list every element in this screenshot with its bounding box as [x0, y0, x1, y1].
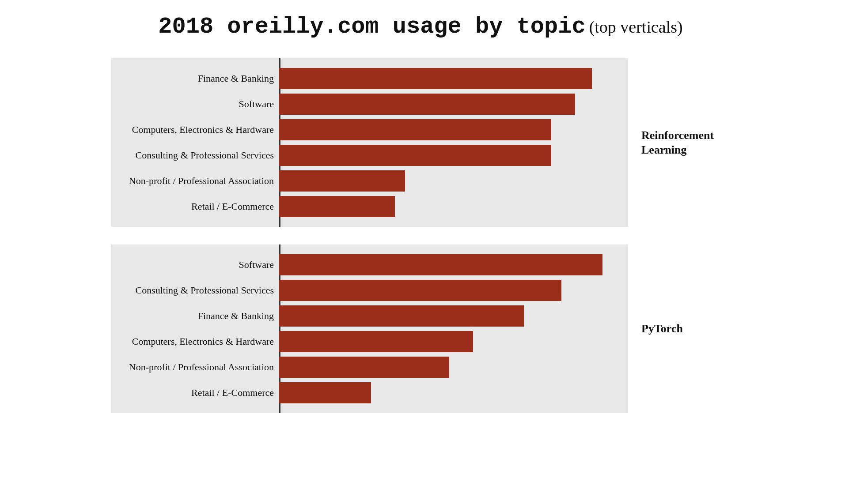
bar-track	[279, 357, 619, 378]
title-main: 2018 oreilly.com usage by topic	[158, 14, 585, 40]
bar-track	[279, 119, 619, 140]
bar-track	[279, 382, 619, 403]
bar-label: Computers, Electronics & Hardware	[111, 124, 279, 135]
bar-fill	[279, 254, 602, 275]
bar-row: Retail / E-Commerce	[111, 381, 619, 404]
bar-label: Software	[111, 259, 279, 271]
bar-label: Software	[111, 98, 279, 110]
bar-fill	[279, 196, 395, 217]
bar-row: Computers, Electronics & Hardware	[111, 330, 619, 353]
bar-track	[279, 145, 619, 166]
bar-fill	[279, 357, 449, 378]
bar-row: Retail / E-Commerce	[111, 195, 619, 218]
page-title: 2018 oreilly.com usage by topic (top ver…	[158, 13, 682, 41]
bar-label: Non-profit / Professional Association	[111, 175, 279, 187]
bar-label: Non-profit / Professional Association	[111, 361, 279, 373]
bar-fill	[279, 68, 592, 89]
title-sub: (top verticals)	[589, 18, 683, 36]
bar-row: Consulting & Professional Services	[111, 279, 619, 302]
chart-inner-pytorch: SoftwareConsulting & Professional Servic…	[111, 253, 619, 404]
bar-row: Software	[111, 253, 619, 276]
charts-container: Finance & BankingSoftwareComputers, Elec…	[111, 58, 730, 413]
bar-label: Finance & Banking	[111, 73, 279, 84]
bar-fill	[279, 119, 551, 140]
bar-label: Finance & Banking	[111, 310, 279, 322]
bar-track	[279, 331, 619, 352]
chart-wrapper-pytorch: SoftwareConsulting & Professional Servic…	[111, 244, 628, 413]
bar-label: Computers, Electronics & Hardware	[111, 336, 279, 347]
bar-track	[279, 280, 619, 301]
bar-label: Retail / E-Commerce	[111, 201, 279, 212]
bar-row: Finance & Banking	[111, 67, 619, 90]
bar-track	[279, 94, 619, 115]
bar-label: Consulting & Professional Services	[111, 285, 279, 296]
bar-track	[279, 170, 619, 192]
bar-fill	[279, 331, 473, 352]
bar-row: Consulting & Professional Services	[111, 144, 619, 167]
bar-row: Software	[111, 93, 619, 116]
bar-row: Non-profit / Professional Association	[111, 169, 619, 192]
chart-legend-reinforcement-learning: Reinforcement Learning	[641, 128, 730, 158]
bar-row: Finance & Banking	[111, 305, 619, 327]
bar-track	[279, 305, 619, 327]
bar-label: Retail / E-Commerce	[111, 387, 279, 399]
bar-row: Computers, Electronics & Hardware	[111, 118, 619, 141]
bar-fill	[279, 145, 551, 166]
bar-fill	[279, 170, 405, 192]
bar-row: Non-profit / Professional Association	[111, 356, 619, 379]
bar-track	[279, 196, 619, 217]
chart-inner-reinforcement-learning: Finance & BankingSoftwareComputers, Elec…	[111, 67, 619, 218]
bar-fill	[279, 305, 524, 327]
chart-wrapper-reinforcement-learning: Finance & BankingSoftwareComputers, Elec…	[111, 58, 628, 227]
chart-section-pytorch: SoftwareConsulting & Professional Servic…	[111, 244, 730, 413]
bar-fill	[279, 280, 561, 301]
bar-label: Consulting & Professional Services	[111, 150, 279, 161]
bar-fill	[279, 382, 371, 403]
chart-legend-pytorch: PyTorch	[641, 321, 730, 336]
chart-section-reinforcement-learning: Finance & BankingSoftwareComputers, Elec…	[111, 58, 730, 227]
bar-track	[279, 68, 619, 89]
bar-fill	[279, 94, 575, 115]
bar-track	[279, 254, 619, 275]
